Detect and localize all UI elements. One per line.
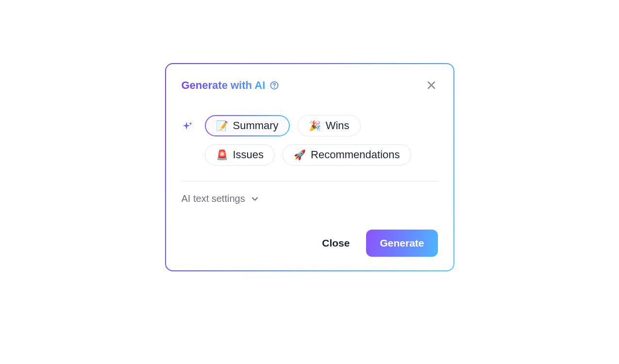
option-chip-label: Wins	[326, 120, 350, 131]
title-wrap: Generate with AI	[182, 79, 279, 92]
ai-text-settings-toggle[interactable]: AI text settings	[182, 193, 259, 204]
option-chips-wrap: 📝 Summary 🎉 Wins 🚨 Issues 🚀 Recommendati…	[205, 115, 438, 165]
divider	[182, 181, 438, 182]
settings-label: AI text settings	[182, 193, 245, 204]
sparkle-icon	[182, 121, 193, 134]
close-button[interactable]	[425, 79, 438, 92]
option-chip-label: Recommendations	[311, 149, 400, 160]
chevron-down-icon	[251, 195, 259, 203]
dialog-header: Generate with AI	[182, 79, 438, 92]
option-chip-recommendations[interactable]: 🚀 Recommendations	[283, 144, 411, 165]
generate-button[interactable]: Generate	[366, 230, 437, 257]
options-section: 📝 Summary 🎉 Wins 🚨 Issues 🚀 Recommendati…	[182, 115, 438, 165]
option-chip-wins[interactable]: 🎉 Wins	[298, 115, 361, 136]
option-chip-label: Summary	[233, 120, 279, 131]
option-chip-summary[interactable]: 📝 Summary	[205, 115, 290, 136]
party-popper-icon: 🎉	[309, 121, 321, 131]
dialog-title: Generate with AI	[182, 79, 266, 92]
rocket-icon: 🚀	[294, 150, 306, 160]
alert-icon: 🚨	[216, 150, 228, 160]
close-text-button[interactable]: Close	[318, 231, 353, 256]
option-chip-label: Issues	[233, 149, 264, 160]
generate-ai-dialog: Generate with AI	[165, 63, 454, 271]
close-icon	[427, 81, 436, 90]
dialog-footer: Close Generate	[182, 230, 438, 257]
option-chip-issues[interactable]: 🚨 Issues	[205, 144, 275, 165]
svg-point-1	[274, 87, 275, 88]
help-icon[interactable]	[270, 81, 279, 90]
memo-icon: 📝	[216, 121, 228, 131]
